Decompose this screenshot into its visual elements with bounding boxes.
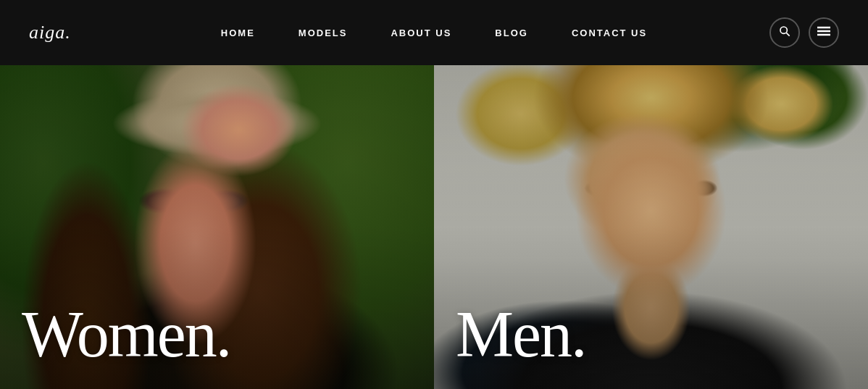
nav-actions [769,17,839,48]
nav-links: HOME MODELS ABOUT US BLOG CONTACT US [221,26,647,39]
nav-link-home[interactable]: HOME [221,28,255,38]
brand-logo[interactable]: aiga. [29,22,71,43]
nav-item-about[interactable]: ABOUT US [391,26,451,39]
nav-link-contact[interactable]: CONTACT US [572,28,647,38]
svg-line-1 [786,33,789,35]
svg-point-0 [780,27,787,33]
men-label: Men. [456,302,585,367]
nav-link-models[interactable]: MODELS [299,28,348,38]
nav-item-home[interactable]: HOME [221,26,255,39]
hamburger-icon [817,26,830,39]
nav-item-models[interactable]: MODELS [299,26,348,39]
women-label: Women. [22,302,230,367]
nav-link-about[interactable]: ABOUT US [391,28,451,38]
search-icon [779,25,790,40]
women-panel[interactable]: Women. [0,65,434,389]
men-panel[interactable]: Men. [434,65,868,389]
nav-item-blog[interactable]: BLOG [495,26,528,39]
nav-item-contact[interactable]: CONTACT US [572,26,647,39]
search-button[interactable] [769,17,800,48]
menu-button[interactable] [809,17,839,48]
nav-link-blog[interactable]: BLOG [495,28,528,38]
navbar: aiga. HOME MODELS ABOUT US BLOG CONTACT … [0,0,868,65]
hero-section: Women. Men. [0,65,868,389]
